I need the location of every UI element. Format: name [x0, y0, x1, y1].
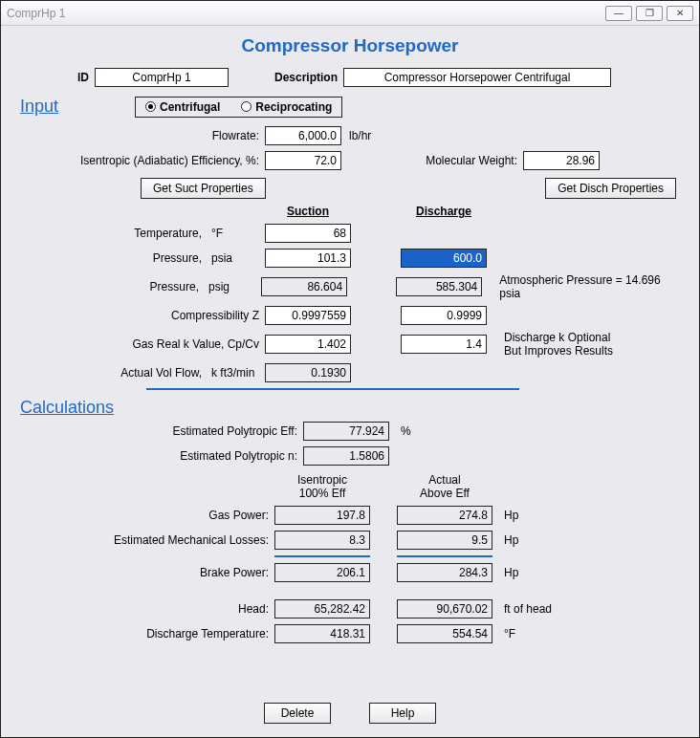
- poly-n-label: Estimated Polytropic n:: [18, 449, 303, 463]
- suction-k-input[interactable]: [265, 335, 351, 354]
- head-label: Head:: [18, 602, 274, 616]
- discharge-column-header: Discharge: [401, 205, 487, 218]
- actual-col-header: Actual Above Eff: [397, 473, 492, 500]
- delete-button[interactable]: Delete: [264, 703, 331, 724]
- pressure-psig-row: Pressure, psig Atmospheric Pressure = 14…: [18, 273, 682, 300]
- flowrate-label: Flowrate:: [18, 129, 265, 142]
- head-row: Head: ft of head: [18, 599, 682, 619]
- mol-wt-label: Molecular Weight:: [341, 154, 523, 167]
- degF-unit: °F: [492, 627, 515, 640]
- description-label: Description: [238, 71, 343, 84]
- hp-unit: Hp: [492, 566, 518, 579]
- gas-power-row: Gas Power: Hp: [18, 506, 682, 525]
- flowrate-unit: lb/hr: [341, 129, 399, 142]
- radio-dot-icon: [241, 101, 252, 112]
- gas-power-label: Gas Power:: [18, 509, 274, 522]
- discharge-psia-input[interactable]: 600.0: [401, 249, 487, 268]
- head-isen-output: [274, 599, 370, 619]
- maximize-button[interactable]: ❐: [636, 6, 663, 21]
- page-title: Compressor Horsepower: [18, 35, 682, 56]
- temperature-label: Temperature,: [18, 227, 208, 240]
- head-act-output: [397, 599, 492, 619]
- app-window: ComprHp 1 — ❐ ✕ Compressor Horsepower ID…: [0, 0, 700, 738]
- iso-eff-input[interactable]: [265, 151, 341, 170]
- compressibility-label: Compressibility Z: [18, 309, 265, 322]
- temperature-unit: °F: [208, 227, 265, 240]
- discharge-temp-isen-output: [274, 624, 370, 643]
- suction-temperature-input[interactable]: [265, 224, 351, 243]
- poly-eff-row: Estimated Polytropic Eff: %: [18, 422, 682, 441]
- fthead-unit: ft of head: [492, 602, 552, 616]
- poly-n-row: Estimated Polytropic n:: [18, 446, 682, 466]
- brake-isen-output: [274, 563, 370, 582]
- id-label: ID: [18, 71, 95, 84]
- window-title: ComprHp 1: [7, 7, 602, 20]
- discharge-temp-row: Discharge Temperature: °F: [18, 624, 682, 643]
- discharge-k-note: Discharge k Optional But Improves Result…: [487, 331, 613, 358]
- id-desc-row: ID Description: [18, 68, 682, 87]
- avf-unit: k ft3/min: [208, 366, 265, 380]
- get-disch-properties-button[interactable]: Get Disch Properties: [545, 178, 676, 199]
- description-input[interactable]: [343, 68, 611, 87]
- suction-psia-input[interactable]: [265, 249, 351, 268]
- suction-psig-output: [261, 277, 347, 296]
- pressure-psig-label: Pressure,: [18, 280, 205, 293]
- gas-k-label: Gas Real k Value, Cp/Cv: [18, 337, 265, 351]
- mech-loss-row: Estimated Mechanical Losses: Hp: [18, 531, 682, 550]
- col-headers: Suction Discharge: [18, 205, 682, 218]
- calculations-section-heading: Calculations: [20, 398, 114, 418]
- suction-column-header: Suction: [265, 205, 351, 218]
- get-suct-properties-button[interactable]: Get Suct Properties: [141, 178, 266, 199]
- temperature-row: Temperature, °F: [18, 224, 682, 243]
- avf-output: [265, 363, 351, 382]
- compressor-type-toggle: Centrifugal Reciprocating: [135, 97, 342, 118]
- divider: [274, 555, 370, 557]
- poly-n-output: [303, 446, 389, 466]
- discharge-z-input[interactable]: [401, 306, 487, 325]
- discharge-temp-act-output: [397, 624, 492, 643]
- input-header-row: Input Centrifugal Reciprocating: [18, 93, 682, 120]
- gas-k-row: Gas Real k Value, Cp/Cv Discharge k Opti…: [18, 331, 682, 358]
- id-input[interactable]: [95, 68, 229, 87]
- eff-mw-row: Isentropic (Adiabatic) Efficiency, %: Mo…: [18, 151, 682, 170]
- divider: [146, 388, 519, 390]
- radio-dot-icon: [145, 101, 156, 112]
- flowrate-input[interactable]: [265, 126, 341, 145]
- atm-pressure-note: Atmospheric Pressure = 14.696 psia: [482, 273, 682, 300]
- discharge-psig-output: [396, 277, 482, 296]
- psia-unit: psia: [208, 251, 265, 265]
- minimize-button[interactable]: —: [605, 6, 632, 21]
- avf-label: Actual Vol Flow,: [18, 366, 208, 380]
- mech-loss-isen-output: [274, 531, 370, 550]
- poly-eff-label: Estimated Polytropic Eff:: [18, 424, 303, 438]
- hp-unit: Hp: [492, 509, 518, 522]
- content: Compressor Horsepower ID Description Inp…: [1, 26, 699, 737]
- mech-loss-act-output: [397, 531, 492, 550]
- help-button[interactable]: Help: [369, 703, 436, 724]
- pct-unit: %: [389, 424, 411, 438]
- mol-wt-input[interactable]: [523, 151, 600, 170]
- flowrate-row: Flowrate: lb/hr: [18, 126, 682, 145]
- iso-eff-label: Isentropic (Adiabatic) Efficiency, %:: [18, 154, 265, 167]
- suction-discharge-grid: Suction Discharge Temperature, °F Pressu…: [18, 205, 682, 382]
- gas-power-isen-output: [274, 506, 370, 525]
- brake-sep-row: [18, 555, 682, 557]
- input-section-heading: Input: [20, 97, 125, 117]
- mech-loss-label: Estimated Mechanical Losses:: [18, 533, 274, 547]
- pressure-psia-row: Pressure, psia 600.0: [18, 249, 682, 268]
- close-button[interactable]: ✕: [667, 6, 693, 21]
- pressure-psia-label: Pressure,: [18, 251, 208, 265]
- discharge-temp-label: Discharge Temperature:: [18, 627, 274, 640]
- bottom-buttons: Delete Help: [1, 703, 699, 724]
- psig-unit: psig: [205, 280, 261, 293]
- discharge-k-input[interactable]: [401, 335, 487, 354]
- radio-reciprocating[interactable]: Reciprocating: [241, 100, 332, 114]
- isentropic-col-header: Isentropic 100% Eff: [274, 473, 370, 500]
- suction-z-input[interactable]: [265, 306, 351, 325]
- hp-unit: Hp: [492, 533, 518, 547]
- titlebar[interactable]: ComprHp 1 — ❐ ✕: [1, 1, 699, 26]
- gas-power-act-output: [397, 506, 492, 525]
- compressibility-row: Compressibility Z: [18, 306, 682, 325]
- radio-centrifugal[interactable]: Centrifugal: [145, 100, 220, 114]
- calc-col-headers: Isentropic 100% Eff Actual Above Eff: [18, 473, 682, 500]
